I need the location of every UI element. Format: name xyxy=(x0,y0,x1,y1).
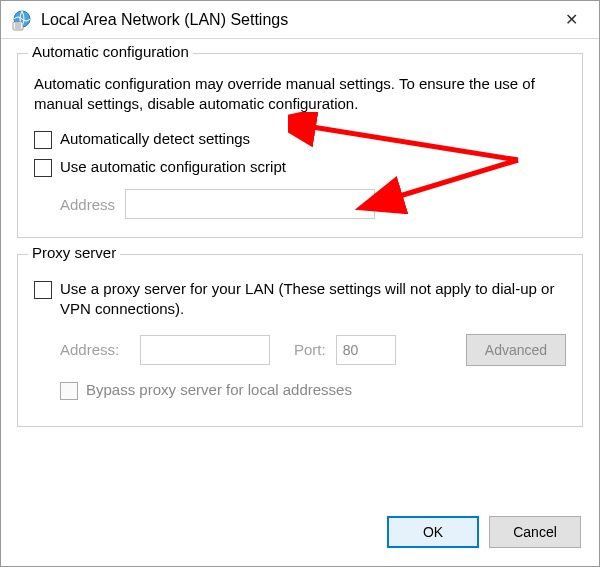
label-auto-detect: Automatically detect settings xyxy=(60,129,250,149)
close-icon: ✕ xyxy=(565,10,578,29)
row-auto-address: Address xyxy=(60,189,566,219)
globe-settings-icon xyxy=(11,9,33,31)
row-bypass-proxy: Bypass proxy server for local addresses xyxy=(60,380,566,400)
row-auto-detect: Automatically detect settings xyxy=(34,129,566,149)
close-button[interactable]: ✕ xyxy=(551,5,591,35)
row-auto-script: Use automatic configuration script xyxy=(34,157,566,177)
label-ok: OK xyxy=(423,524,443,540)
dialog-button-row: OK Cancel xyxy=(387,516,581,548)
titlebar: Local Area Network (LAN) Settings ✕ xyxy=(1,1,599,39)
checkbox-auto-script[interactable] xyxy=(34,159,52,177)
label-bypass-proxy: Bypass proxy server for local addresses xyxy=(86,380,352,400)
label-proxy-address: Address: xyxy=(60,341,130,358)
dialog-content: Automatic configuration Automatic config… xyxy=(1,39,599,427)
group-legend-proxy: Proxy server xyxy=(28,244,120,261)
group-automatic-configuration: Automatic configuration Automatic config… xyxy=(17,53,583,238)
label-auto-script: Use automatic configuration script xyxy=(60,157,286,177)
group-proxy-server: Proxy server Use a proxy server for your… xyxy=(17,254,583,427)
lan-settings-dialog: Local Area Network (LAN) Settings ✕ Auto… xyxy=(0,0,600,567)
label-auto-address: Address xyxy=(60,196,115,213)
input-proxy-port[interactable] xyxy=(336,335,396,365)
checkbox-use-proxy[interactable] xyxy=(34,281,52,299)
input-proxy-address[interactable] xyxy=(140,335,270,365)
label-cancel: Cancel xyxy=(513,524,557,540)
row-proxy-address: Address: Port: Advanced xyxy=(60,334,566,366)
ok-button[interactable]: OK xyxy=(387,516,479,548)
checkbox-bypass-proxy[interactable] xyxy=(60,382,78,400)
row-use-proxy: Use a proxy server for your LAN (These s… xyxy=(34,279,566,320)
auto-description: Automatic configuration may override man… xyxy=(34,74,566,115)
cancel-button[interactable]: Cancel xyxy=(489,516,581,548)
label-advanced: Advanced xyxy=(485,342,547,358)
group-legend-auto: Automatic configuration xyxy=(28,43,193,60)
button-advanced[interactable]: Advanced xyxy=(466,334,566,366)
label-proxy-port: Port: xyxy=(294,341,326,358)
window-title: Local Area Network (LAN) Settings xyxy=(41,11,551,29)
checkbox-auto-detect[interactable] xyxy=(34,131,52,149)
input-auto-address[interactable] xyxy=(125,189,375,219)
label-use-proxy: Use a proxy server for your LAN (These s… xyxy=(60,279,566,320)
